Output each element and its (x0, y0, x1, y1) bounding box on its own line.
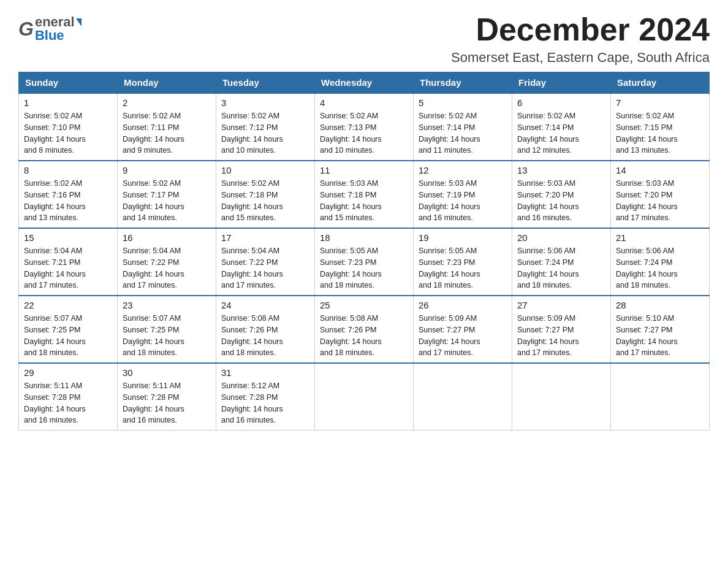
header-wednesday: Wednesday (315, 72, 414, 94)
logo: G eneral Blue (18, 12, 82, 42)
day-number: 25 (320, 300, 408, 310)
table-row: 13Sunrise: 5:03 AMSunset: 7:20 PMDayligh… (512, 161, 611, 228)
table-row (315, 363, 414, 431)
day-info: Sunrise: 5:07 AMSunset: 7:25 PMDaylight:… (123, 313, 211, 359)
day-info: Sunrise: 5:10 AMSunset: 7:27 PMDaylight:… (616, 313, 704, 359)
day-info: Sunrise: 5:02 AMSunset: 7:14 PMDaylight:… (419, 110, 507, 156)
day-number: 27 (517, 300, 605, 310)
day-number: 20 (517, 232, 605, 243)
table-row: 9Sunrise: 5:02 AMSunset: 7:17 PMDaylight… (118, 161, 216, 228)
table-row (611, 363, 710, 431)
header-monday: Monday (118, 72, 216, 94)
header-friday: Friday (512, 72, 611, 94)
logo-triangle-icon (76, 18, 82, 26)
day-number: 6 (517, 98, 605, 108)
day-info: Sunrise: 5:02 AMSunset: 7:14 PMDaylight:… (517, 110, 605, 156)
day-number: 16 (123, 232, 211, 243)
calendar-week-row: 22Sunrise: 5:07 AMSunset: 7:25 PMDayligh… (19, 296, 710, 363)
day-number: 24 (221, 300, 309, 310)
calendar-header-row: Sunday Monday Tuesday Wednesday Thursday… (19, 72, 710, 94)
day-number: 26 (419, 300, 507, 310)
table-row: 15Sunrise: 5:04 AMSunset: 7:21 PMDayligh… (19, 228, 118, 296)
day-info: Sunrise: 5:02 AMSunset: 7:16 PMDaylight:… (24, 178, 112, 224)
day-number: 18 (320, 232, 408, 243)
logo-g-letter: G (18, 18, 34, 40)
day-info: Sunrise: 5:06 AMSunset: 7:24 PMDaylight:… (517, 245, 605, 291)
day-info: Sunrise: 5:03 AMSunset: 7:20 PMDaylight:… (616, 178, 704, 224)
day-info: Sunrise: 5:04 AMSunset: 7:22 PMDaylight:… (123, 245, 211, 291)
day-info: Sunrise: 5:12 AMSunset: 7:28 PMDaylight:… (221, 380, 309, 426)
table-row: 17Sunrise: 5:04 AMSunset: 7:22 PMDayligh… (216, 228, 315, 296)
table-row: 25Sunrise: 5:08 AMSunset: 7:26 PMDayligh… (315, 296, 414, 363)
table-row: 28Sunrise: 5:10 AMSunset: 7:27 PMDayligh… (611, 296, 710, 363)
header-sunday: Sunday (19, 72, 118, 94)
day-number: 14 (616, 165, 704, 175)
day-info: Sunrise: 5:02 AMSunset: 7:12 PMDaylight:… (221, 110, 309, 156)
day-number: 13 (517, 165, 605, 175)
table-row: 1Sunrise: 5:02 AMSunset: 7:10 PMDaylight… (19, 93, 118, 161)
table-row: 18Sunrise: 5:05 AMSunset: 7:23 PMDayligh… (315, 228, 414, 296)
day-number: 10 (221, 165, 309, 175)
day-number: 17 (221, 232, 309, 243)
table-row (414, 363, 512, 431)
day-number: 28 (616, 300, 704, 310)
day-info: Sunrise: 5:05 AMSunset: 7:23 PMDaylight:… (419, 245, 507, 291)
table-row: 22Sunrise: 5:07 AMSunset: 7:25 PMDayligh… (19, 296, 118, 363)
day-info: Sunrise: 5:09 AMSunset: 7:27 PMDaylight:… (419, 313, 507, 359)
table-row: 10Sunrise: 5:02 AMSunset: 7:18 PMDayligh… (216, 161, 315, 228)
day-info: Sunrise: 5:03 AMSunset: 7:18 PMDaylight:… (320, 178, 408, 224)
table-row: 31Sunrise: 5:12 AMSunset: 7:28 PMDayligh… (216, 363, 315, 431)
table-row: 16Sunrise: 5:04 AMSunset: 7:22 PMDayligh… (118, 228, 216, 296)
table-row: 26Sunrise: 5:09 AMSunset: 7:27 PMDayligh… (414, 296, 512, 363)
table-row: 20Sunrise: 5:06 AMSunset: 7:24 PMDayligh… (512, 228, 611, 296)
day-info: Sunrise: 5:02 AMSunset: 7:11 PMDaylight:… (123, 110, 211, 156)
day-number: 30 (123, 367, 211, 378)
table-row: 29Sunrise: 5:11 AMSunset: 7:28 PMDayligh… (19, 363, 118, 431)
month-title: December 2024 (451, 12, 710, 47)
table-row: 6Sunrise: 5:02 AMSunset: 7:14 PMDaylight… (512, 93, 611, 161)
logo-general-text: eneral (35, 15, 82, 29)
day-number: 5 (419, 98, 507, 108)
day-info: Sunrise: 5:02 AMSunset: 7:13 PMDaylight:… (320, 110, 408, 156)
table-row: 11Sunrise: 5:03 AMSunset: 7:18 PMDayligh… (315, 161, 414, 228)
table-row: 21Sunrise: 5:06 AMSunset: 7:24 PMDayligh… (611, 228, 710, 296)
day-info: Sunrise: 5:04 AMSunset: 7:22 PMDaylight:… (221, 245, 309, 291)
logo-blue-text: Blue (35, 29, 82, 42)
table-row: 7Sunrise: 5:02 AMSunset: 7:15 PMDaylight… (611, 93, 710, 161)
calendar-table: Sunday Monday Tuesday Wednesday Thursday… (18, 72, 710, 431)
day-info: Sunrise: 5:03 AMSunset: 7:19 PMDaylight:… (419, 178, 507, 224)
day-info: Sunrise: 5:02 AMSunset: 7:15 PMDaylight:… (616, 110, 704, 156)
page-header: G eneral Blue December 2024 Somerset Eas… (18, 12, 710, 66)
day-info: Sunrise: 5:09 AMSunset: 7:27 PMDaylight:… (517, 313, 605, 359)
table-row: 30Sunrise: 5:11 AMSunset: 7:28 PMDayligh… (118, 363, 216, 431)
day-number: 9 (123, 165, 211, 175)
day-number: 4 (320, 98, 408, 108)
day-info: Sunrise: 5:02 AMSunset: 7:17 PMDaylight:… (123, 178, 211, 224)
calendar-week-row: 1Sunrise: 5:02 AMSunset: 7:10 PMDaylight… (19, 93, 710, 161)
day-number: 15 (24, 232, 112, 243)
header-saturday: Saturday (611, 72, 710, 94)
day-info: Sunrise: 5:08 AMSunset: 7:26 PMDaylight:… (320, 313, 408, 359)
title-area: December 2024 Somerset East, Eastern Cap… (451, 12, 710, 66)
day-number: 2 (123, 98, 211, 108)
table-row: 8Sunrise: 5:02 AMSunset: 7:16 PMDaylight… (19, 161, 118, 228)
calendar-week-row: 8Sunrise: 5:02 AMSunset: 7:16 PMDaylight… (19, 161, 710, 228)
table-row: 23Sunrise: 5:07 AMSunset: 7:25 PMDayligh… (118, 296, 216, 363)
table-row: 19Sunrise: 5:05 AMSunset: 7:23 PMDayligh… (414, 228, 512, 296)
table-row: 14Sunrise: 5:03 AMSunset: 7:20 PMDayligh… (611, 161, 710, 228)
day-number: 23 (123, 300, 211, 310)
calendar-week-row: 15Sunrise: 5:04 AMSunset: 7:21 PMDayligh… (19, 228, 710, 296)
day-number: 11 (320, 165, 408, 175)
day-number: 22 (24, 300, 112, 310)
day-info: Sunrise: 5:11 AMSunset: 7:28 PMDaylight:… (123, 380, 211, 426)
day-info: Sunrise: 5:11 AMSunset: 7:28 PMDaylight:… (24, 380, 112, 426)
header-tuesday: Tuesday (216, 72, 315, 94)
day-info: Sunrise: 5:04 AMSunset: 7:21 PMDaylight:… (24, 245, 112, 291)
header-thursday: Thursday (414, 72, 512, 94)
table-row: 2Sunrise: 5:02 AMSunset: 7:11 PMDaylight… (118, 93, 216, 161)
day-info: Sunrise: 5:03 AMSunset: 7:20 PMDaylight:… (517, 178, 605, 224)
day-info: Sunrise: 5:06 AMSunset: 7:24 PMDaylight:… (616, 245, 704, 291)
day-number: 29 (24, 367, 112, 378)
day-number: 1 (24, 98, 112, 108)
table-row: 5Sunrise: 5:02 AMSunset: 7:14 PMDaylight… (414, 93, 512, 161)
